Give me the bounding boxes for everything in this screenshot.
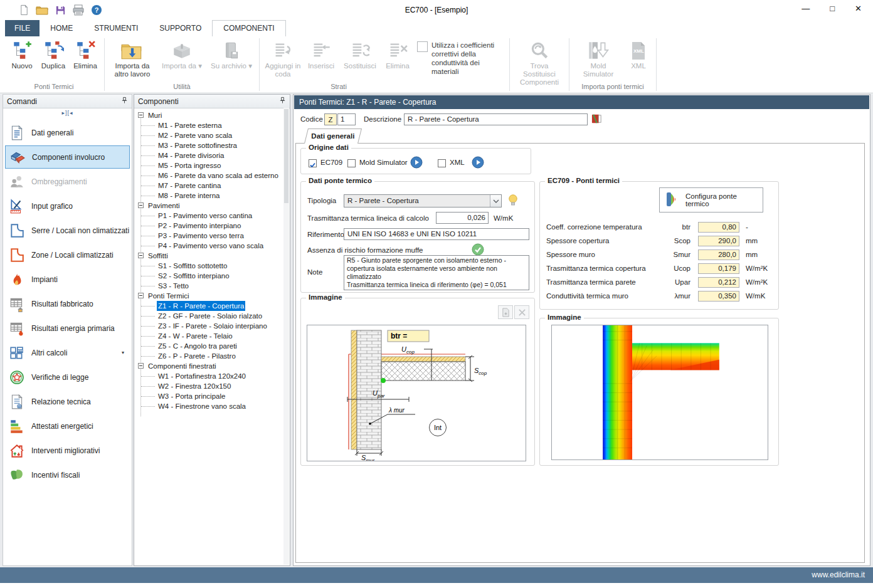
tree-guide-stub	[141, 226, 155, 226]
tree-guide-stub	[141, 176, 155, 176]
group-label-utilita: Utilità	[108, 82, 256, 93]
field-unit: mm	[746, 251, 758, 258]
collapse-icon[interactable]	[138, 293, 144, 298]
search-replace-icon	[529, 39, 550, 62]
tab-file[interactable]: FILE	[5, 20, 40, 36]
sidebar-item-componenti-involucro[interactable]: Componenti involucro	[5, 145, 130, 169]
tree-scrollbar[interactable]	[283, 108, 289, 565]
ec709-checkbox-label: EC709	[320, 159, 342, 166]
sidebar-item-label: Attestati energetici	[31, 422, 93, 431]
xml-file-icon: XML	[628, 39, 648, 62]
trova-sostituisci-componenti-button: Trova Sostituisci Componenti	[513, 38, 566, 87]
tree-node-label: Z2 - GF - Parete - Solaio rialzato	[157, 311, 263, 321]
xml-checkbox-label: XML	[450, 159, 465, 166]
sidebar-item-serre-locali-non-climatizzati[interactable]: Serre / Locali non climatizzati	[5, 219, 130, 242]
value-field[interactable]: 0,212	[698, 277, 739, 288]
thermal-bridge-diagram: btr = Ucop Scop Upar λ mur Int	[307, 325, 526, 461]
value-field[interactable]: 290,0	[698, 236, 739, 246]
configura-ponte-termico-button[interactable]: Configura ponte termico	[659, 187, 763, 213]
sidebar-item-altri-calcoli[interactable]: Altri calcoli▾	[5, 341, 130, 364]
sidebar-item-risultati-fabbricato[interactable]: Risultati fabbricato	[5, 292, 130, 315]
note-label: Note	[307, 268, 322, 276]
tab-strumenti[interactable]: STRUMENTI	[83, 20, 149, 36]
collapse-icon[interactable]	[138, 363, 144, 369]
tipologia-dropdown[interactable]: R - Parete - Copertura	[344, 194, 502, 207]
dati-ponte-termico-title: Dati ponte termico	[306, 177, 374, 184]
pin-icon[interactable]	[121, 97, 128, 106]
note-field[interactable]: R5 - Giunto parete sporgente con isolame…	[344, 255, 529, 290]
ribbon-separator	[656, 38, 657, 91]
website-link[interactable]: www.edilclima.it	[812, 570, 865, 579]
tree-guide-stub	[141, 356, 155, 357]
mold-play-button[interactable]	[410, 156, 423, 171]
tab-home[interactable]: HOME	[40, 20, 83, 36]
other-calcs-icon	[8, 344, 26, 362]
sidebar-item-verifiche-di-legge[interactable]: Verifiche di legge	[5, 365, 130, 389]
collapse-icon[interactable]	[138, 253, 144, 258]
collapse-icon[interactable]	[138, 202, 144, 208]
sidebar-item-dati-generali[interactable]: Dati generali	[5, 121, 130, 144]
tree-guide-stub	[141, 346, 155, 347]
maximize-button[interactable]: □	[830, 4, 835, 13]
sidebar-item-interventi-migliorativi[interactable]: Interventi migliorativi	[5, 439, 130, 462]
sidebar-item-input-grafico[interactable]: Input grafico	[5, 194, 130, 218]
tree-node-label: Z1 - R - Parete - Copertura	[157, 301, 245, 311]
insert-layer-icon	[311, 39, 331, 62]
componenti-panel-header: Componenti	[134, 95, 290, 108]
elimina-button[interactable]: Elimina	[70, 38, 101, 70]
field-symbol: Smur	[663, 251, 690, 258]
sidebar-item-risultati-energia-primaria[interactable]: Risultati energia primaria	[5, 317, 130, 340]
value-field[interactable]: 0,179	[698, 263, 739, 274]
ec709-checkbox[interactable]	[309, 159, 317, 167]
tab-supporto[interactable]: SUPPORTO	[149, 20, 212, 36]
svg-text:Int: Int	[434, 424, 442, 431]
coefficienti-correttivi-checkbox[interactable]: Utilizza i coefficienti correttivi della…	[415, 38, 506, 76]
mold-simulator-checkbox[interactable]	[347, 159, 356, 167]
sidebar-item-relazione-tecnica[interactable]: Relazione tecnica	[5, 390, 130, 413]
tree-node-label: S1 - Soffitto sottotetto	[157, 261, 228, 271]
tree-node-label: Soffitti	[147, 251, 169, 261]
archive-book-icon	[221, 39, 242, 62]
chevron-down-icon[interactable]: ▾	[122, 350, 124, 355]
riferimento-label: Riferimento	[307, 231, 344, 238]
sidebar-item-incentivi-fiscali[interactable]: Incentivi fiscali	[5, 463, 130, 486]
close-button[interactable]: ✕	[855, 4, 862, 13]
riferimento-field[interactable]: UNI EN ISO 14683 e UNI EN ISO 10211	[344, 228, 529, 240]
codice-number-field[interactable]: 1	[337, 113, 356, 125]
su-archivio-button: Su archivio ▾	[207, 38, 256, 70]
importa-da-altro-lavoro-button[interactable]: Importa da altro lavoro	[108, 38, 157, 78]
sostituisci-button: Sostituisci	[339, 38, 381, 70]
tree-node-label: Z3 - IF - Parete - Solaio interpiano	[157, 321, 268, 331]
nuovo-button[interactable]: Nuovo	[7, 38, 37, 70]
pin-icon[interactable]	[279, 97, 286, 106]
tree-node-label: P4 - Pavimento verso vano scala	[157, 241, 265, 251]
value-field[interactable]: 0,350	[698, 291, 739, 302]
codice-prefix-field[interactable]: Z	[324, 113, 337, 125]
lightbulb-icon[interactable]	[508, 194, 518, 209]
tree-node-label: P1 - Pavimento verso cantina	[157, 211, 253, 221]
trasmittanza-field[interactable]: 0,026	[436, 212, 489, 224]
window-title: EC700 - [Esempio]	[0, 6, 873, 14]
mold-simulator-icon	[587, 39, 610, 62]
minimize-button[interactable]: —	[802, 4, 810, 13]
sidebar-item-label: Serre / Locali non climatizzati	[31, 226, 129, 235]
duplica-button[interactable]: Duplica	[37, 38, 70, 70]
sidebar-item-zone-locali-climatizzati[interactable]: Zone / Locali climatizzati	[5, 243, 130, 266]
xml-play-button[interactable]	[472, 156, 484, 171]
sidebar-item-impianti[interactable]: Impianti	[5, 268, 130, 291]
tab-dati-generali[interactable]: Dati generali	[304, 129, 362, 144]
field-unit: mm	[746, 237, 758, 244]
tab-componenti[interactable]: COMPONENTI	[212, 20, 285, 36]
archive-book-button[interactable]	[591, 113, 603, 127]
group-label-importa-ponti-termici: Importa ponti termici	[573, 82, 653, 93]
sidebar-item-attestati-energetici[interactable]: Attestati energetici	[5, 414, 130, 438]
xml-checkbox[interactable]	[438, 159, 446, 167]
collapse-icon[interactable]	[138, 112, 144, 118]
sidebar-item-label: Zone / Locali climatizzati	[31, 251, 114, 260]
collapse-panel-control[interactable]: ▸][◂	[3, 110, 132, 116]
sidebar-item-label: Relazione tecnica	[31, 397, 91, 406]
value-field[interactable]: 280,0	[698, 249, 739, 260]
field-unit: W/mK	[746, 292, 765, 300]
value-field[interactable]: 0,80	[698, 222, 739, 233]
descrizione-field[interactable]: R - Parete - Copertura	[404, 113, 588, 125]
